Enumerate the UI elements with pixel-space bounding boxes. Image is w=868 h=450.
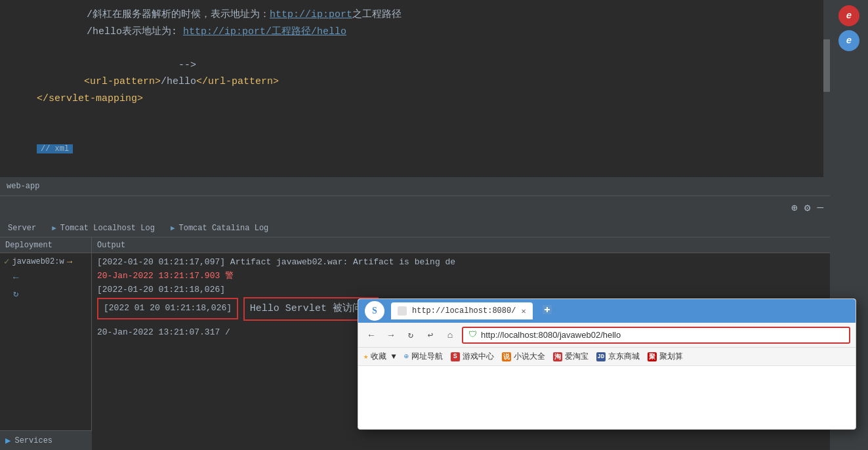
jd-icon: JD: [596, 352, 606, 361]
bookmark-juhuasuan[interactable]: 聚 聚划算: [648, 351, 683, 362]
output-line-3: [2022-01-20 01:21:18,026]: [97, 283, 825, 297]
output-line-2: 20-Jan-2022 13:21:17.903 警: [97, 270, 825, 283]
browser-icon-edge[interactable]: e: [838, 30, 859, 51]
tab-tomcat-catalina-icon: ▶: [171, 224, 175, 232]
bookmark-taobao-label: 爱淘宝: [565, 351, 589, 362]
bookmark-taobao[interactable]: 淘 爱淘宝: [553, 351, 589, 362]
browser-navbar: ← → ↻ ↩ ⌂ 🛡 http://localhost:8080/javawe…: [358, 323, 856, 348]
bookmark-nav[interactable]: ⊕ 网址导航: [404, 351, 443, 362]
tab-close-button[interactable]: ✕: [521, 306, 526, 316]
deployment-header-label: Deployment: [5, 241, 52, 250]
bookmark-games-label: 游戏中心: [463, 351, 494, 362]
new-tab-button[interactable]: [542, 304, 552, 318]
globe-nav-icon: ⊕: [404, 352, 409, 361]
editor-line-4: -->: [13, 57, 817, 74]
bookmark-games[interactable]: S 游戏中心: [451, 351, 494, 362]
bottom-toolbar: ⊕ ⚙ —: [0, 195, 830, 219]
tab-server[interactable]: Server: [0, 219, 44, 237]
tab-url-text: http://localhost:8080/: [412, 306, 516, 316]
tab-tomcat-localhost-icon: ▶: [52, 224, 56, 232]
back-button[interactable]: ←: [363, 327, 379, 343]
browser-edge-label: e: [846, 35, 852, 46]
tab-tomcat-localhost-label: Tomcat Localhost Log: [60, 224, 155, 233]
editor-content: /斜杠在服务器解析的时候，表示地址为：http://ip:port之工程路径 /…: [0, 0, 830, 164]
browser-icon-ie[interactable]: e: [838, 5, 859, 26]
arrow-left-icon: ←: [13, 272, 18, 283]
link-hello: http://ip:port/工程路径/hello: [183, 26, 346, 37]
editor-area: /斜杠在服务器解析的时候，表示地址为：http://ip:port之工程路径 /…: [0, 0, 830, 177]
editor-line-7: [13, 107, 817, 124]
tab-tomcat-localhost[interactable]: ▶ Tomcat Localhost Log: [44, 219, 163, 237]
editor-line-6: </servlet-mapping>: [13, 91, 817, 108]
editor-line-2: /hello表示地址为: http://ip:port/工程路径/hello: [39, 24, 817, 41]
bookmarks-bar: ★ 收藏 ▼ ⊕ 网址导航 S 游戏中心 说 小说大全 淘 爱淘宝 JD 京东商…: [358, 348, 856, 366]
editor-line-9: // xml: [13, 140, 817, 157]
editor-line-3: [13, 40, 817, 57]
taobao-icon: 淘: [553, 352, 562, 361]
refresh-button[interactable]: ↻: [403, 327, 419, 343]
bookmark-favorites[interactable]: ★ 收藏 ▼: [363, 351, 396, 362]
gear-icon[interactable]: ⚙: [804, 201, 811, 215]
deployment-refresh-icon[interactable]: ↻: [0, 285, 91, 302]
link-ip-port: http://ip:port: [270, 9, 352, 20]
services-label: Services: [14, 436, 52, 445]
servlet-mapping-close-tag: </servlet-mapping>: [37, 93, 143, 104]
deployment-back-icon[interactable]: ←: [0, 270, 91, 285]
games-icon: S: [451, 352, 460, 361]
bookmark-favorites-label: 收藏 ▼: [371, 351, 396, 362]
deployment-item[interactable]: ✓ javaweb02:w →: [0, 253, 91, 270]
browser-logo: S: [365, 301, 384, 321]
output-line-4: [2022 01 20 01:21:18,026]: [97, 298, 238, 319]
globe-icon[interactable]: ⊕: [791, 201, 798, 215]
bookmark-novels-label: 小说大全: [514, 351, 545, 362]
bookmark-juhuasuan-label: 聚划算: [659, 351, 683, 362]
deployment-item-label: javaweb02:w: [12, 257, 64, 266]
breadcrumb-bar: web-app: [0, 177, 830, 195]
editor-line-1: /斜杠在服务器解析的时候，表示地址为：http://ip:port之工程路径: [39, 7, 817, 24]
deployment-column: Deployment ✓ javaweb02:w → ← ↻: [0, 237, 92, 450]
undo-button[interactable]: ↩: [423, 327, 438, 343]
deployment-header: Deployment: [0, 237, 91, 253]
breadcrumb: web-app: [7, 182, 39, 191]
home-button[interactable]: ⌂: [442, 327, 458, 343]
juhuasuan-icon: 聚: [648, 352, 657, 361]
browser-tab[interactable]: http://localhost:8080/ ✕: [391, 302, 533, 319]
bookmark-nav-label: 网址导航: [411, 351, 443, 362]
services-icon: ▶: [5, 435, 10, 446]
url-pattern-tag: <url-pattern>: [84, 76, 161, 87]
tab-server-label: Server: [8, 224, 36, 233]
address-text: http://localhost:8080/javaweb02/hello: [481, 330, 621, 340]
tab-tomcat-catalina-label: Tomcat Catalina Log: [179, 224, 269, 233]
star-icon: ★: [363, 352, 368, 361]
right-panel-icons: e e: [830, 0, 868, 51]
forward-button[interactable]: →: [383, 327, 399, 343]
bookmark-jd[interactable]: JD 京东商城: [596, 351, 640, 362]
editor-line-5: <url-pattern>/hello</url-pattern>: [13, 73, 817, 91]
refresh-icon: ↻: [13, 288, 18, 299]
output-line-1: [2022-01-20 01:21:17,097] Artifact javaw…: [97, 256, 825, 270]
tab-favicon: [398, 306, 407, 316]
server-tabs: Server ▶ Tomcat Localhost Log ▶ Tomcat C…: [0, 219, 830, 237]
editor-scrollbar[interactable]: [823, 0, 830, 177]
checkmark-icon: ✓: [4, 256, 9, 267]
secure-icon: 🛡: [468, 330, 477, 340]
address-bar[interactable]: 🛡 http://localhost:8080/javaweb02/hello: [462, 327, 850, 344]
browser-titlebar: S http://localhost:8080/ ✕: [358, 299, 856, 323]
output-header-label: Output: [97, 241, 125, 250]
tab-tomcat-catalina[interactable]: ▶ Tomcat Catalina Log: [163, 219, 276, 237]
minimize-icon[interactable]: —: [817, 202, 823, 214]
editor-line-8: [13, 124, 817, 141]
output-header: Output: [92, 237, 830, 253]
deploy-arrow-right[interactable]: →: [67, 256, 72, 267]
bookmark-novels[interactable]: 说 小说大全: [502, 351, 545, 362]
scrollbar-thumb[interactable]: [823, 39, 830, 92]
novels-icon: 说: [502, 352, 511, 361]
url-pattern-close-tag: </url-pattern>: [196, 76, 279, 87]
services-bar[interactable]: ▶ Services: [0, 430, 92, 450]
bookmark-jd-label: 京东商城: [608, 351, 640, 362]
browser-ie-label: e: [846, 10, 852, 21]
browser-window: S http://localhost:8080/ ✕ ← → ↻ ↩ ⌂ 🛡 h…: [358, 298, 856, 430]
